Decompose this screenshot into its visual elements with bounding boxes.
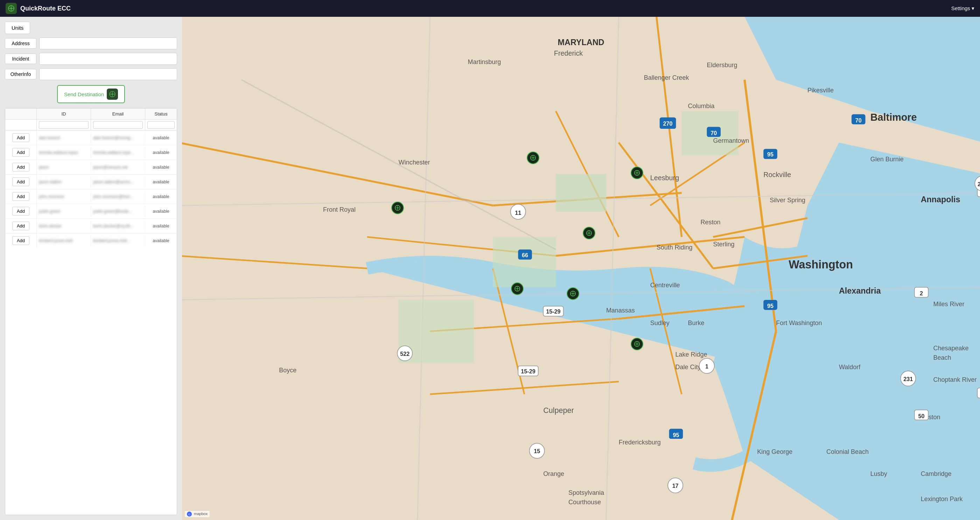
svg-point-124 [397, 208, 398, 209]
incident-input[interactable] [39, 53, 177, 65]
table-row: Add justin.green justin.green@bude... av… [5, 204, 177, 219]
svg-text:Frederick: Frederick [554, 49, 583, 57]
unit-marker-0[interactable] [391, 202, 404, 214]
row-add-cell: Add [5, 160, 37, 174]
row-add-cell: Add [5, 234, 37, 248]
incident-label: Incident [5, 54, 37, 64]
svg-text:Beach: Beach [934, 354, 951, 361]
svg-text:Cambridge: Cambridge [921, 470, 951, 477]
svg-text:Front Royal: Front Royal [323, 206, 356, 213]
svg-point-132 [636, 172, 638, 173]
row-id-cell: brenda.wallace.lopez [37, 147, 91, 158]
row-id-cell: justin.green [37, 206, 91, 216]
svg-text:Columbia: Columbia [688, 103, 715, 110]
svg-text:Baltimore: Baltimore [870, 111, 917, 123]
unit-marker-2[interactable] [631, 167, 643, 179]
svg-text:Fort Washington: Fort Washington [776, 320, 822, 326]
send-destination-label: Send Destination [64, 91, 104, 97]
map-container[interactable]: MARYLAND Frederick Martinsburg Eldersbur… [182, 17, 980, 520]
row-email-cell: brenda.wallace.lope... [91, 147, 145, 158]
svg-text:1: 1 [705, 363, 708, 369]
svg-text:Reston: Reston [701, 219, 721, 226]
header-left: QuickRoute ECC [6, 3, 71, 14]
add-button[interactable]: Add [12, 148, 29, 157]
svg-text:522: 522 [400, 351, 409, 357]
filter-email-input[interactable] [93, 121, 143, 129]
svg-text:Colonial Beach: Colonial Beach [826, 448, 869, 455]
add-button[interactable]: Add [12, 192, 29, 201]
row-id-cell: john.morrison [37, 191, 91, 202]
otherinfo-input[interactable] [39, 68, 177, 80]
filter-status-input[interactable] [147, 121, 175, 129]
svg-text:Lusby: Lusby [870, 470, 887, 477]
unit-marker-4[interactable] [511, 282, 523, 295]
add-button[interactable]: Add [12, 221, 29, 230]
svg-text:Winchester: Winchester [399, 159, 430, 166]
row-id-cell: kimberli.jones.holt [37, 235, 91, 246]
unit-marker-1[interactable] [527, 151, 539, 164]
row-id-cell: alan.butsch [37, 133, 91, 143]
row-status-cell: available [145, 206, 177, 216]
row-add-cell: Add [5, 204, 37, 218]
row-add-cell: Add [5, 189, 37, 204]
row-status-cell: available [145, 133, 177, 143]
svg-point-3 [11, 8, 12, 10]
table-row: Add jason jason@veracis.net available [5, 160, 177, 175]
add-button[interactable]: Add [12, 207, 29, 216]
row-add-cell: Add [5, 175, 37, 189]
table-row: Add kerin.decker kerin.decker@ny.dh... a… [5, 219, 177, 234]
svg-text:©: © [188, 513, 190, 516]
svg-text:231: 231 [904, 376, 913, 382]
row-id-cell: jason [37, 162, 91, 173]
app-header: QuickRoute ECC Settings ▾ [0, 0, 980, 17]
add-button[interactable]: Add [12, 236, 29, 245]
svg-text:Sterling: Sterling [713, 241, 734, 248]
row-email-cell: john.morrison@hori... [91, 191, 145, 202]
row-add-cell: Add [5, 130, 37, 145]
svg-text:Alexandria: Alexandria [839, 286, 881, 295]
row-add-cell: Add [5, 219, 37, 233]
row-id-cell: kerin.decker [37, 221, 91, 231]
svg-text:15-29: 15-29 [546, 308, 560, 315]
address-label: Address [5, 38, 37, 49]
filter-email-cell [91, 120, 145, 130]
svg-text:Glen Burnie: Glen Burnie [870, 156, 904, 163]
unit-marker-6[interactable] [631, 338, 643, 350]
app-logo [6, 3, 17, 14]
send-destination-button[interactable]: Send Destination [57, 85, 125, 103]
svg-text:Martinsburg: Martinsburg [468, 59, 501, 65]
col-email: Email [91, 108, 145, 119]
add-button[interactable]: Add [12, 133, 29, 142]
add-button[interactable]: Add [12, 177, 29, 186]
svg-text:15-29: 15-29 [521, 368, 535, 374]
unit-marker-3[interactable] [583, 227, 595, 239]
unit-marker-5[interactable] [566, 287, 579, 300]
svg-rect-94 [977, 388, 980, 398]
svg-text:Leesburg: Leesburg [650, 174, 679, 181]
row-email-cell: kimberli.jones.holt... [91, 235, 145, 246]
table-row: Add alan.butsch alan.butsch@monig... ava… [5, 130, 177, 145]
send-destination-container: Send Destination [5, 85, 177, 103]
svg-text:Washington: Washington [789, 258, 853, 271]
incident-row: Incident [5, 53, 177, 65]
units-button[interactable]: Units [5, 22, 30, 34]
svg-text:Pikesville: Pikesville [807, 87, 834, 94]
row-status-cell: available [145, 147, 177, 158]
svg-text:Ballenger Creek: Ballenger Creek [644, 74, 689, 81]
settings-button[interactable]: Settings ▾ [951, 5, 974, 11]
send-destination-icon [107, 89, 118, 100]
row-status-cell: available [145, 162, 177, 173]
table-body: Add alan.butsch alan.butsch@monig... ava… [5, 130, 177, 248]
address-row: Address [5, 37, 177, 49]
svg-text:Silver Spring: Silver Spring [770, 197, 805, 204]
row-email-cell: alan.butsch@monig... [91, 133, 145, 143]
filter-id-input[interactable] [39, 121, 89, 129]
map-background: MARYLAND Frederick Martinsburg Eldersbur… [182, 17, 980, 520]
add-button[interactable]: Add [12, 163, 29, 172]
svg-text:Sudley: Sudley [650, 320, 670, 326]
svg-text:95: 95 [767, 303, 773, 309]
row-email-cell: jason.dalton@acmu... [91, 177, 145, 187]
address-input[interactable] [39, 37, 177, 49]
svg-text:Centreville: Centreville [650, 282, 680, 289]
row-id-cell: jason.dalton [37, 177, 91, 187]
